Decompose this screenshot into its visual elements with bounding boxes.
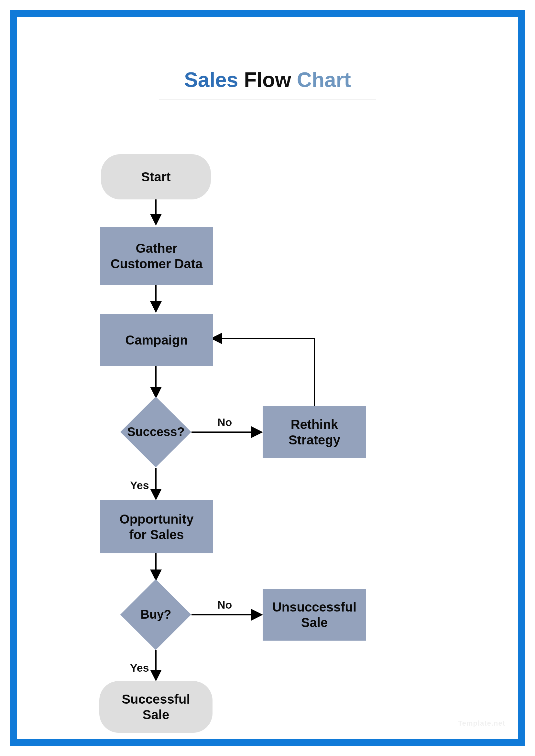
node-label: Success? bbox=[127, 425, 184, 440]
node-start: Start bbox=[101, 154, 211, 200]
flowchart-canvas: Start GatherCustomer Data Campaign Succe… bbox=[17, 17, 518, 739]
node-opportunity: Opportunityfor Sales bbox=[100, 500, 213, 554]
node-buy-decision: Buy? bbox=[120, 579, 191, 650]
node-label: GatherCustomer Data bbox=[111, 240, 203, 272]
page-border: Sales Flow Chart bbox=[10, 10, 525, 746]
edge-label-success-no: No bbox=[217, 416, 232, 429]
node-label: RethinkStrategy bbox=[289, 417, 340, 448]
node-gather: GatherCustomer Data bbox=[100, 227, 213, 285]
node-label: Opportunityfor Sales bbox=[120, 511, 194, 542]
node-rethink: RethinkStrategy bbox=[263, 406, 366, 458]
edge-label-success-yes: Yes bbox=[130, 479, 149, 492]
node-label: UnsuccessfulSale bbox=[272, 599, 356, 630]
node-label: Campaign bbox=[125, 332, 187, 348]
edge-label-buy-yes: Yes bbox=[130, 662, 149, 674]
node-successful: SuccessfulSale bbox=[99, 681, 212, 733]
node-label: SuccessfulSale bbox=[122, 691, 190, 722]
edge-label-buy-no: No bbox=[217, 599, 232, 611]
node-label: Start bbox=[141, 169, 170, 185]
node-unsuccessful: UnsuccessfulSale bbox=[263, 589, 366, 641]
node-label: Buy? bbox=[141, 607, 171, 622]
watermark: Template.net bbox=[458, 719, 505, 728]
node-campaign: Campaign bbox=[100, 314, 213, 366]
node-success-decision: Success? bbox=[120, 396, 191, 468]
